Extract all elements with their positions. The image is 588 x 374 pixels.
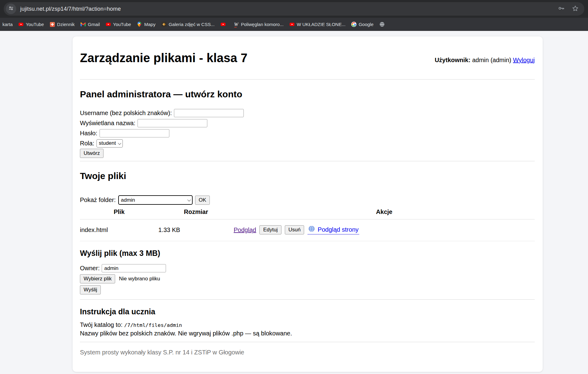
edit-button[interactable]: Edytuj: [259, 225, 281, 234]
ok-button[interactable]: OK: [195, 196, 210, 205]
google-maps-pin-icon: [137, 22, 142, 27]
bookmark-item-youtube-3[interactable]: [221, 22, 228, 27]
display-name-input[interactable]: [138, 119, 207, 127]
user-label: Użytkownik:: [435, 57, 470, 63]
bookmarks-bar: karta YouTube Dziennik Gmail: [0, 18, 588, 31]
file-name: index.html: [80, 219, 158, 241]
bookmark-item-youtube[interactable]: YouTube: [18, 22, 44, 27]
folder-select-value: admin: [121, 197, 135, 203]
column-header-plik: Plik: [80, 207, 158, 219]
divider: [80, 161, 535, 161]
logout-link[interactable]: Wyloguj: [513, 57, 535, 63]
w-letter-icon: W: [234, 22, 239, 27]
send-row: Wyślij: [80, 285, 535, 294]
address-bar[interactable]: jujitsu.net.pl/zsp14/7/html/?action=home: [4, 2, 584, 16]
bookmark-item-uklad-sloneczny[interactable]: W UKŁADZIE SŁONE...: [289, 22, 345, 27]
youtube-icon: [221, 22, 226, 27]
role-label: Rola:: [80, 140, 94, 147]
site-preview-label: Podgląd strony: [318, 226, 358, 233]
youtube-icon: [106, 22, 111, 27]
bookmark-item-mapy[interactable]: Mapy: [137, 22, 156, 27]
user-value: admin (admin): [470, 57, 513, 63]
bookmark-item-galeria[interactable]: Galeria zdjęć w CSS...: [161, 22, 215, 27]
column-header-akcje: Akcje: [234, 207, 535, 219]
bookmark-star-icon[interactable]: [572, 5, 579, 13]
user-info: Użytkownik: admin (admin) Wyloguj: [435, 57, 535, 64]
file-actions: Podgląd Edytuj Usuń: [234, 225, 535, 234]
preview-link[interactable]: Podgląd: [234, 226, 256, 234]
display-name-row: Wyświetlana nazwa:: [80, 118, 535, 128]
divider: [80, 342, 535, 342]
librus-icon: [50, 22, 55, 27]
bookmark-item-google[interactable]: Google: [351, 22, 373, 27]
admin-panel-heading: Panel administratora — utwórz konto: [80, 89, 535, 99]
create-account-button[interactable]: Utwórz: [80, 149, 104, 158]
globe-icon: [308, 225, 315, 234]
owner-row: Owner:: [80, 264, 535, 272]
show-folder-label: Pokaż folder:: [80, 196, 116, 204]
youtube-icon: [18, 22, 24, 27]
create-row: Utwórz: [80, 149, 535, 158]
chevron-down-icon: [118, 141, 121, 144]
photos-diamond-icon: [161, 22, 167, 27]
owner-input[interactable]: [102, 264, 166, 272]
files-table: Plik Rozmiar Akcje index.html 1.33 KB Po…: [80, 207, 535, 241]
username-row: Username (bez polskich znaków):: [80, 108, 535, 118]
divider: [80, 299, 535, 300]
table-row: index.html 1.33 KB Podgląd Edytuj Usuń: [80, 219, 535, 241]
role-row: Rola: student: [80, 139, 535, 148]
address-toolbar: jujitsu.net.pl/zsp14/7/html/?action=home: [0, 0, 588, 18]
bookmark-item-karta[interactable]: karta: [2, 22, 13, 27]
username-label: Username (bez polskich znaków):: [80, 110, 172, 117]
files-table-header-row: Plik Rozmiar Akcje: [80, 207, 535, 219]
site-info-button[interactable]: [6, 4, 16, 14]
content-card: Zarządzanie plikami - klasa 7 Użytkownik…: [73, 36, 543, 372]
password-row: Hasło:: [80, 129, 535, 138]
footer-credit: System prosty wykonały klasy S.P. nr 14 …: [80, 349, 535, 356]
bookmark-item-globe[interactable]: [379, 22, 387, 27]
catalog-label: Twój katalog to:: [80, 321, 124, 328]
bookmark-item-dziennik[interactable]: Dziennik: [50, 22, 75, 27]
page-viewport: Zarządzanie plikami - klasa 7 Użytkownik…: [0, 31, 588, 374]
role-select[interactable]: student: [96, 139, 123, 148]
bookmark-item-youtube-2[interactable]: YouTube: [106, 22, 131, 27]
catalog-path: /7/html/files/admin: [124, 322, 182, 328]
choose-file-button[interactable]: Wybierz plik: [80, 274, 115, 283]
bookmark-item-gmail[interactable]: Gmail: [81, 22, 100, 27]
delete-button[interactable]: Usuń: [285, 225, 304, 234]
role-select-value: student: [99, 140, 116, 146]
site-preview-link[interactable]: Podgląd strony: [307, 225, 359, 234]
tune-icon: [8, 6, 14, 12]
display-name-label: Wyświetlana nazwa:: [80, 120, 135, 127]
bookmark-item-poliweglan[interactable]: W Poliwęglan komoro...: [234, 22, 284, 27]
globe-favicon: [379, 22, 385, 27]
chevron-down-icon: [187, 198, 190, 201]
password-key-icon[interactable]: [558, 5, 565, 13]
send-button[interactable]: Wyślij: [80, 285, 101, 294]
divider: [80, 79, 535, 80]
youtube-icon: [289, 22, 295, 27]
no-file-chosen-text: Nie wybrano pliku: [119, 276, 160, 282]
google-g-icon: [351, 22, 356, 27]
password-label: Hasło:: [80, 130, 97, 137]
owner-label: Owner:: [80, 265, 100, 272]
browser-chrome: jujitsu.net.pl/zsp14/7/html/?action=home: [0, 0, 588, 31]
folder-select[interactable]: admin: [118, 195, 193, 205]
gmail-icon: [81, 22, 86, 27]
username-input[interactable]: [174, 109, 244, 117]
instructions-note: Nazwy plików bez polskich znaków. Nie wg…: [80, 330, 292, 337]
instructions-heading: Instrukcja dla ucznia: [80, 307, 535, 316]
instructions-text: Twój katalog to: /7/html/files/admin Naz…: [80, 321, 535, 338]
file-size: 1.33 KB: [158, 219, 234, 241]
url-text[interactable]: jujitsu.net.pl/zsp14/7/html/?action=home: [20, 6, 121, 12]
file-picker-row: Wybierz plik Nie wybrano pliku: [80, 274, 535, 283]
card-header: Zarządzanie plikami - klasa 7 Użytkownik…: [80, 43, 535, 65]
your-files-heading: Twoje pliki: [80, 171, 535, 181]
folder-row: Pokaż folder: admin OK: [80, 195, 535, 205]
column-header-rozmiar: Rozmiar: [158, 207, 234, 219]
upload-heading: Wyślij plik (max 3 MB): [80, 249, 535, 258]
page-title: Zarządzanie plikami - klasa 7: [80, 51, 247, 65]
password-input[interactable]: [100, 129, 169, 137]
